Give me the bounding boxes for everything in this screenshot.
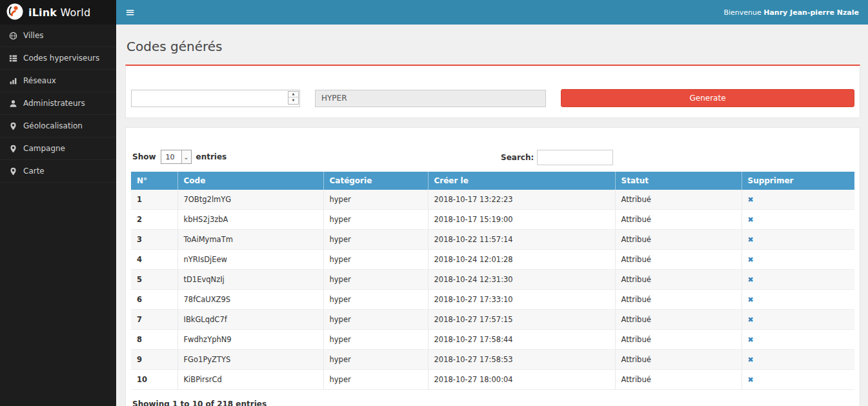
cell-num: 4 <box>131 250 177 270</box>
cell-created: 2018-10-27 17:57:15 <box>428 310 615 330</box>
cell-category: hyper <box>323 230 428 250</box>
cell-created: 2018-10-27 17:33:10 <box>428 290 615 310</box>
cell-category: hyper <box>323 370 428 390</box>
table-row: 8FwdhzYphN9hyper2018-10-27 17:58:44Attri… <box>131 330 854 350</box>
cell-status: Attribué <box>615 310 742 330</box>
stepper-down-icon[interactable]: ▼ <box>288 97 298 104</box>
cell-delete: ✖ <box>742 290 854 310</box>
quantity-stepper[interactable]: ▲ ▼ <box>131 90 300 107</box>
delete-icon[interactable]: ✖ <box>748 196 754 204</box>
generator-panel: ▲ ▼ Generate <box>125 65 860 118</box>
cell-num: 8 <box>131 330 177 350</box>
welcome-text: Bienvenue Hanry Jean-pierre Nzale <box>723 8 859 17</box>
delete-icon[interactable]: ✖ <box>748 376 754 384</box>
cell-status: Attribué <box>615 270 742 290</box>
sidebar-item-reseaux[interactable]: Réseaux <box>0 70 116 92</box>
cell-status: Attribué <box>615 230 742 250</box>
stepper-arrows[interactable]: ▲ ▼ <box>288 91 299 105</box>
cell-delete: ✖ <box>742 270 854 290</box>
column-header[interactable]: Statut <box>615 172 742 190</box>
cell-num: 6 <box>131 290 177 310</box>
cell-status: Attribué <box>615 350 742 370</box>
column-header[interactable]: N° <box>131 172 177 190</box>
cell-num: 10 <box>131 370 177 390</box>
sidebar: VillesCodes hyperviseursRéseauxAdministr… <box>0 25 116 406</box>
cell-delete: ✖ <box>742 330 854 350</box>
app-logo-area[interactable]: iLink World <box>0 0 116 25</box>
codes-table: N°CodeCatégorieCréer leStatutSupprimer 1… <box>131 172 854 390</box>
table-body: 17OBtg2lmYGhyper2018-10-17 13:22:23Attri… <box>131 190 854 390</box>
cell-category: hyper <box>323 290 428 310</box>
cell-delete: ✖ <box>742 230 854 250</box>
delete-icon[interactable]: ✖ <box>748 296 754 304</box>
stepper-up-icon[interactable]: ▲ <box>288 92 298 98</box>
delete-icon[interactable]: ✖ <box>748 216 754 224</box>
sidebar-item-label: Campagne <box>23 144 65 153</box>
cell-category: hyper <box>323 310 428 330</box>
cell-created: 2018-10-24 12:31:30 <box>428 270 615 290</box>
column-header[interactable]: Catégorie <box>323 172 428 190</box>
cell-num: 5 <box>131 270 177 290</box>
table-row: 2kbHS2j3zbAhyper2018-10-17 15:19:00Attri… <box>131 210 854 230</box>
delete-icon[interactable]: ✖ <box>748 336 754 344</box>
column-header[interactable]: Créer le <box>428 172 615 190</box>
sidebar-item-codes-hyperviseurs[interactable]: Codes hyperviseurs <box>0 47 116 70</box>
sidebar-item-label: Codes hyperviseurs <box>23 54 99 63</box>
cell-delete: ✖ <box>742 190 854 210</box>
cell-created: 2018-10-27 17:58:53 <box>428 350 615 370</box>
cell-code: FwdhzYphN9 <box>177 330 323 350</box>
column-header[interactable]: Supprimer <box>742 172 854 190</box>
cell-category: hyper <box>323 350 428 370</box>
cell-status: Attribué <box>615 250 742 270</box>
globe-icon <box>8 31 17 40</box>
sidebar-item-label: Réseaux <box>23 76 56 85</box>
search-input[interactable] <box>537 150 613 165</box>
user-icon <box>8 99 17 108</box>
generate-button[interactable]: Generate <box>561 89 854 107</box>
cell-category: hyper <box>323 210 428 230</box>
cell-created: 2018-10-17 13:22:23 <box>428 190 615 210</box>
cell-code: IBkGLqdC7f <box>177 310 323 330</box>
cell-delete: ✖ <box>742 310 854 330</box>
table-row: 4nYRIsDjEewhyper2018-10-24 12:01:28Attri… <box>131 250 854 270</box>
list-icon <box>8 54 17 63</box>
cell-status: Attribué <box>615 290 742 310</box>
cell-code: kbHS2j3zbA <box>177 210 323 230</box>
cell-created: 2018-10-22 11:57:14 <box>428 230 615 250</box>
cell-category: hyper <box>323 250 428 270</box>
quantity-input[interactable] <box>131 90 300 107</box>
chevron-down-icon: ⌄ <box>181 150 191 163</box>
column-header[interactable]: Code <box>177 172 323 190</box>
delete-icon[interactable]: ✖ <box>748 356 754 364</box>
show-entries-control: Show 10 ⌄ entries <box>132 150 227 164</box>
delete-icon[interactable]: ✖ <box>748 256 754 264</box>
cell-category: hyper <box>323 190 428 210</box>
menu-toggle-button[interactable]: ≡ <box>125 6 135 18</box>
cell-category: hyper <box>323 270 428 290</box>
map-pin-icon <box>8 121 17 130</box>
topbar: iLink World ≡ Bienvenue Hanry Jean-pierr… <box>0 0 868 25</box>
cell-delete: ✖ <box>742 370 854 390</box>
sidebar-item-villes[interactable]: Villes <box>0 25 116 47</box>
table-row: 678fCaUXZ9Shyper2018-10-27 17:33:10Attri… <box>131 290 854 310</box>
page-size-select[interactable]: 10 ⌄ <box>161 150 192 164</box>
cell-delete: ✖ <box>742 350 854 370</box>
delete-icon[interactable]: ✖ <box>748 316 754 324</box>
delete-icon[interactable]: ✖ <box>748 236 754 244</box>
cell-status: Attribué <box>615 370 742 390</box>
table-row: 17OBtg2lmYGhyper2018-10-17 13:22:23Attri… <box>131 190 854 210</box>
cell-created: 2018-10-17 15:19:00 <box>428 210 615 230</box>
bar-chart-icon <box>8 76 17 85</box>
sidebar-item-label: Villes <box>23 31 44 40</box>
sidebar-item-administrateurs[interactable]: Administrateurs <box>0 92 116 115</box>
table-row: 9FGo1PyZTYShyper2018-10-27 17:58:53Attri… <box>131 350 854 370</box>
cell-num: 9 <box>131 350 177 370</box>
sidebar-item-carte[interactable]: Carte <box>0 160 116 183</box>
sidebar-item-geolocalisation[interactable]: Géolocalisation <box>0 115 116 137</box>
cell-num: 7 <box>131 310 177 330</box>
table-footer: Showing 1 to 10 of 218 entries Previous1… <box>131 398 854 406</box>
cell-status: Attribué <box>615 330 742 350</box>
cell-code: 78fCaUXZ9S <box>177 290 323 310</box>
delete-icon[interactable]: ✖ <box>748 276 754 284</box>
sidebar-item-campagne[interactable]: Campagne <box>0 137 116 160</box>
